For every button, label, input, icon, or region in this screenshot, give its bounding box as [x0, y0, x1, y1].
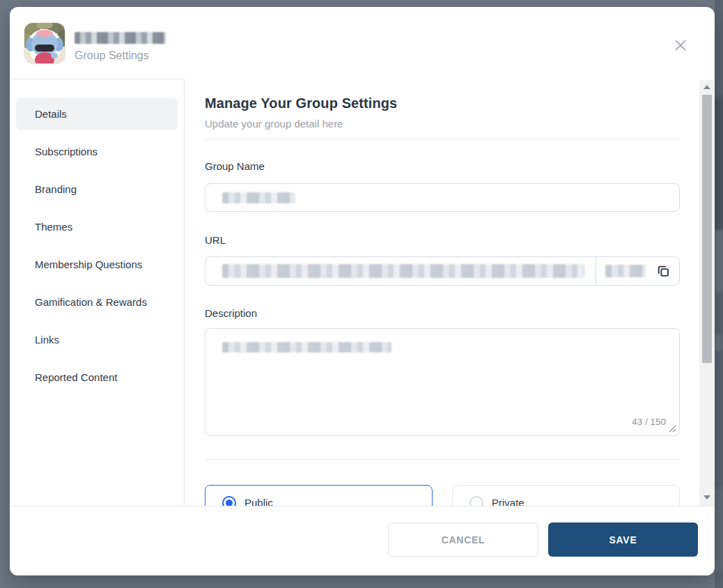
background-blob — [715, 334, 722, 351]
privacy-options: Public Private — [205, 485, 680, 506]
group-name-label: Group Name — [205, 160, 680, 172]
scroll-up-icon[interactable] — [703, 85, 710, 89]
radio-private-unselected[interactable] — [469, 496, 483, 506]
modal-header: Group Settings — [10, 7, 715, 79]
url-value-redacted — [222, 264, 584, 278]
sidebar-item-details[interactable]: Details — [16, 98, 178, 130]
background-blob — [715, 488, 723, 571]
sidebar-item-branding[interactable]: Branding — [16, 173, 178, 206]
group-name-redacted — [75, 32, 166, 44]
group-avatar — [24, 23, 65, 63]
url-input[interactable] — [205, 257, 596, 285]
background-blob — [715, 230, 723, 293]
section-divider — [205, 139, 680, 139]
modal-body: Details Subscriptions Branding Themes Me… — [10, 79, 715, 506]
vertical-scrollbar[interactable] — [699, 80, 715, 506]
page-title: Manage Your Group Settings — [205, 95, 680, 111]
sidebar-item-membership-questions[interactable]: Membership Questions — [16, 249, 178, 281]
privacy-option-private[interactable]: Private — [452, 485, 680, 506]
group-avatar-image — [24, 23, 65, 63]
group-name-input[interactable] — [205, 183, 680, 212]
char-counter: 43 / 150 — [632, 417, 666, 427]
sidebar-item-subscriptions[interactable]: Subscriptions — [16, 136, 178, 168]
settings-nav: Details Subscriptions Branding Themes Me… — [10, 79, 185, 506]
copy-url-button[interactable] — [655, 263, 671, 279]
save-button[interactable]: SAVE — [548, 523, 698, 557]
radio-private-label: Private — [492, 496, 524, 506]
scroll-down-icon[interactable] — [703, 495, 710, 500]
url-slug-redacted — [605, 265, 646, 277]
radio-public-label: Public — [244, 496, 273, 506]
url-label: URL — [205, 234, 680, 246]
sidebar-item-reported-content[interactable]: Reported Content — [16, 362, 178, 394]
modal-subtitle: Group Settings — [75, 49, 149, 62]
group-settings-modal: Group Settings Details Subscriptions Bra… — [10, 7, 715, 575]
sidebar-item-links[interactable]: Links — [16, 324, 178, 356]
description-value-redacted — [222, 342, 391, 353]
url-slug-section — [596, 257, 679, 285]
description-textarea[interactable]: 43 / 150 — [205, 328, 680, 436]
radio-public-selected[interactable] — [222, 496, 236, 506]
background-blob — [715, 98, 723, 230]
privacy-option-public[interactable]: Public — [205, 485, 433, 506]
modal-footer: CANCEL SAVE — [10, 506, 715, 575]
group-name-value-redacted — [222, 192, 295, 203]
sidebar-item-gamification-rewards[interactable]: Gamification & Rewards — [16, 286, 178, 318]
description-label: Description — [205, 307, 680, 319]
resize-handle-icon[interactable] — [668, 424, 676, 433]
url-input-group — [205, 256, 680, 286]
copy-icon — [655, 263, 671, 279]
close-button[interactable] — [673, 38, 688, 53]
sidebar-item-themes[interactable]: Themes — [16, 211, 178, 243]
page-subtitle: Update your group detail here — [205, 118, 680, 130]
cancel-button[interactable]: CANCEL — [388, 523, 538, 557]
page-behind-overlay — [715, 0, 723, 588]
details-panel: Manage Your Group Settings Update your g… — [185, 79, 715, 506]
section-divider — [205, 459, 680, 460]
scrollbar-thumb[interactable] — [702, 95, 712, 363]
close-icon — [673, 38, 688, 53]
